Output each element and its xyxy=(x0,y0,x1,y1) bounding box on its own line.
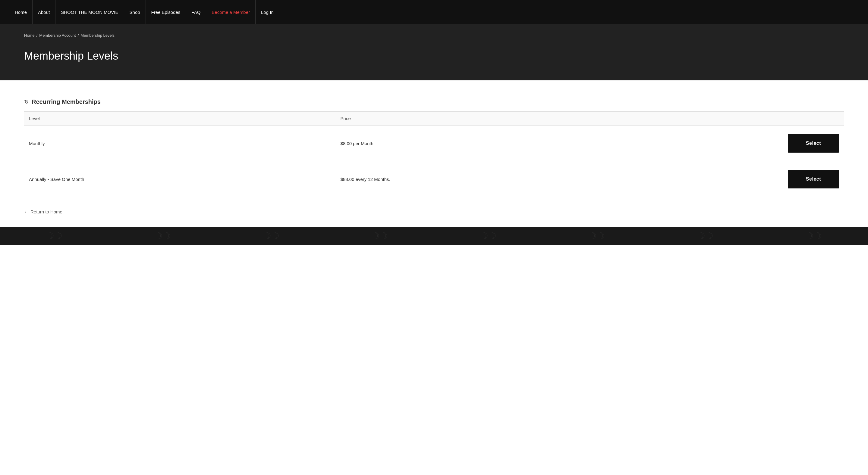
wave-1: ☽☽ xyxy=(46,231,62,241)
nav-home[interactable]: Home xyxy=(9,0,33,24)
select-annually-button[interactable]: Select xyxy=(788,170,839,189)
breadcrumb-current: Membership Levels xyxy=(81,33,115,38)
action-annually: Select xyxy=(696,161,844,197)
return-home-link[interactable]: ← Return to Home xyxy=(24,209,62,214)
return-home-label: Return to Home xyxy=(30,209,62,214)
table-row: Annually - Save One Month $88.00 every 1… xyxy=(24,161,844,197)
wave-3: ☽☽ xyxy=(263,231,279,241)
nav-free-episodes[interactable]: Free Episodes xyxy=(146,0,186,24)
wave-5: ☽☽ xyxy=(480,231,496,241)
col-action xyxy=(696,112,844,126)
wave-6: ☽☽ xyxy=(589,231,605,241)
breadcrumb: Home / Membership Account / Membership L… xyxy=(24,33,844,38)
nav-become-member[interactable]: Become a Member xyxy=(206,0,255,24)
membership-table: Level Price Monthly $8.00 per Month. Sel… xyxy=(24,111,844,197)
breadcrumb-sep-1: / xyxy=(36,33,38,38)
recurring-icon: ↻ xyxy=(24,99,29,105)
col-price: Price xyxy=(336,112,696,126)
price-annually: $88.00 every 12 Months. xyxy=(336,161,696,197)
header-area: Home / Membership Account / Membership L… xyxy=(0,24,868,80)
wave-7: ☽☽ xyxy=(697,231,713,241)
table-row: Monthly $8.00 per Month. Select xyxy=(24,126,844,161)
section-heading: ↻ Recurring Memberships xyxy=(24,98,844,105)
wave-8: ☽☽ xyxy=(806,231,822,241)
section-title: Recurring Memberships xyxy=(32,98,101,105)
action-monthly: Select xyxy=(696,126,844,161)
return-home-arrow: ← xyxy=(24,209,29,214)
page-title: Membership Levels xyxy=(24,50,844,62)
breadcrumb-home[interactable]: Home xyxy=(24,33,35,38)
nav-shop[interactable]: Shop xyxy=(124,0,146,24)
nav-login[interactable]: Log In xyxy=(255,0,279,24)
nav-faq[interactable]: FAQ xyxy=(186,0,206,24)
level-annually: Annually - Save One Month xyxy=(24,161,336,197)
main-nav: Home About SHOOT THE MOON MOVIE Shop Fre… xyxy=(0,0,868,24)
main-content: ↻ Recurring Memberships Level Price Mont… xyxy=(0,80,868,227)
price-monthly: $8.00 per Month. xyxy=(336,126,696,161)
level-monthly: Monthly xyxy=(24,126,336,161)
return-home-container: ← Return to Home xyxy=(24,209,844,215)
breadcrumb-membership-account[interactable]: Membership Account xyxy=(39,33,76,38)
nav-shoot-the-moon[interactable]: SHOOT THE MOON MOVIE xyxy=(56,0,124,24)
col-level: Level xyxy=(24,112,336,126)
wave-2: ☽☽ xyxy=(155,231,171,241)
table-header-row: Level Price xyxy=(24,112,844,126)
breadcrumb-sep-2: / xyxy=(78,33,79,38)
nav-about[interactable]: About xyxy=(33,0,56,24)
wave-4: ☽☽ xyxy=(372,231,388,241)
select-monthly-button[interactable]: Select xyxy=(788,134,839,152)
footer-decoration: ☽☽ ☽☽ ☽☽ ☽☽ ☽☽ ☽☽ ☽☽ ☽☽ xyxy=(0,227,868,245)
